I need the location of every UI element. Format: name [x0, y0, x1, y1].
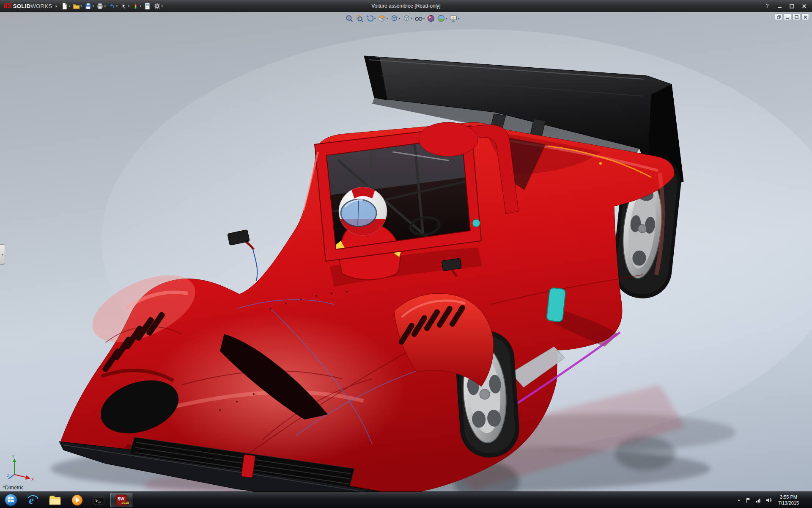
- dropdown-arrow-icon[interactable]: ▾: [116, 4, 118, 8]
- taskpane-flyout-tab[interactable]: ◂: [0, 244, 5, 265]
- taskbar-items: eSW2015: [0, 492, 133, 508]
- app-name-light: WORKS: [30, 3, 52, 9]
- save-icon: [85, 3, 92, 10]
- hide-show-items-button[interactable]: ▾: [414, 14, 425, 23]
- print-button[interactable]: ▾: [96, 1, 107, 11]
- rebuild-button[interactable]: ▾: [131, 1, 142, 11]
- file-properties-icon: [144, 3, 151, 10]
- dropdown-arrow-icon[interactable]: ▾: [161, 4, 163, 8]
- select-button[interactable]: ▾: [119, 1, 130, 11]
- previous-view-button[interactable]: ▾: [365, 14, 376, 23]
- taskbar-file-explorer-button[interactable]: [44, 492, 66, 508]
- previous-view-icon: [366, 14, 374, 22]
- help-button[interactable]: ?: [764, 3, 770, 9]
- edit-appearance-button[interactable]: [427, 14, 436, 23]
- new-document-icon: [61, 3, 68, 10]
- cockpit-teal-detail: [472, 219, 480, 227]
- document-minimize-button[interactable]: [784, 14, 791, 20]
- undo-button[interactable]: ▾: [107, 1, 118, 11]
- minimize-button[interactable]: [776, 3, 782, 9]
- taskbar-solidworks-2015-button[interactable]: SW2015: [110, 493, 132, 507]
- zoom-to-fit-button[interactable]: [345, 14, 354, 23]
- apply-scene-button[interactable]: ▾: [437, 14, 448, 23]
- volume-icon[interactable]: [765, 497, 772, 503]
- display-style-button[interactable]: ▾: [402, 14, 413, 23]
- solidworks-logo-icon: ϐS: [3, 3, 12, 9]
- dropdown-arrow-icon[interactable]: ▾: [80, 4, 82, 8]
- app-name: SOLIDWORKS: [13, 3, 52, 9]
- internet-explorer-icon: e: [27, 494, 39, 506]
- taskbar-internet-explorer-button[interactable]: e: [22, 492, 44, 508]
- zoom-to-area-button[interactable]: [355, 14, 364, 23]
- taskbar-start-button[interactable]: [0, 492, 22, 508]
- maximize-button[interactable]: [789, 3, 795, 9]
- dropdown-arrow-icon[interactable]: ▾: [128, 4, 129, 8]
- view-orientation-button[interactable]: ▾: [390, 14, 401, 23]
- view-orientation-icon: [390, 14, 398, 22]
- dropdown-arrow-icon[interactable]: ▾: [92, 4, 94, 8]
- dropdown-arrow-icon[interactable]: ▾: [387, 17, 388, 20]
- dropdown-arrow-icon[interactable]: ▾: [140, 4, 141, 8]
- dropdown-arrow-icon[interactable]: ▾: [69, 4, 70, 8]
- section-view-icon: [378, 14, 386, 22]
- document-title: Voiture assemblee [Read-only]: [371, 3, 440, 9]
- tray-date: 7/13/2015: [778, 500, 799, 506]
- select-icon: [120, 3, 127, 10]
- close-button[interactable]: [801, 3, 807, 9]
- svg-text:Z: Z: [7, 474, 9, 478]
- dropdown-arrow-icon[interactable]: ▾: [399, 17, 401, 20]
- document-close-button[interactable]: [801, 14, 809, 20]
- file-properties-button[interactable]: [143, 1, 152, 11]
- headsup-view-toolbar: ▾▾▾▾▾▾▾: [343, 14, 462, 23]
- windows-taskbar: eSW2015 ▲ 3:55 PM 7/13/2015: [0, 491, 812, 508]
- dropdown-arrow-icon[interactable]: ▾: [446, 17, 447, 20]
- model-viewport-canvas[interactable]: [0, 12, 812, 491]
- rebuild-icon: [132, 3, 139, 10]
- view-settings-button[interactable]: ▾: [449, 14, 460, 23]
- tray-expand-icon[interactable]: ▲: [736, 498, 741, 502]
- graphics-viewport[interactable]: ▾▾▾▾▾▾▾ ◂ Y X Z *Dimetric: [0, 12, 812, 491]
- dropdown-arrow-icon[interactable]: ▾: [411, 17, 413, 20]
- window-controls: ?: [764, 3, 812, 9]
- dropdown-arrow-icon[interactable]: ▾: [104, 4, 106, 8]
- main-toolbar: ▾▾▾▾▾▾▾▾: [60, 1, 164, 11]
- dropdown-arrow-icon[interactable]: ▾: [458, 17, 460, 20]
- taskbar-command-prompt-button[interactable]: [88, 492, 110, 508]
- open-icon: [73, 3, 80, 10]
- zoom-to-fit-icon: [346, 14, 354, 22]
- apply-scene-icon: [437, 14, 445, 22]
- svg-text:SW: SW: [117, 496, 124, 501]
- section-view-button[interactable]: ▾: [378, 14, 389, 23]
- hide-show-items-icon: [415, 14, 423, 22]
- headrest-fairing: [419, 122, 478, 156]
- svg-text:X: X: [31, 477, 34, 481]
- taskbar-media-player-button[interactable]: [66, 492, 88, 508]
- start-icon: [4, 493, 18, 507]
- system-tray: ▲ 3:55 PM 7/13/2015: [736, 492, 812, 508]
- document-restore-button[interactable]: [775, 14, 782, 20]
- solidworks-logo: ϐS SOLIDWORKS: [0, 3, 55, 9]
- dropdown-arrow-icon[interactable]: ▾: [374, 17, 376, 20]
- media-player-icon: [71, 494, 83, 506]
- options-button[interactable]: ▾: [153, 1, 164, 11]
- svg-text:Y: Y: [12, 454, 14, 458]
- file-explorer-icon: [49, 494, 61, 506]
- app-name-bold: SOLID: [13, 3, 31, 9]
- network-icon[interactable]: [755, 497, 762, 503]
- menu-expand-arrow-icon[interactable]: ▸: [56, 4, 58, 8]
- zoom-to-area-icon: [356, 14, 364, 22]
- dropdown-arrow-icon[interactable]: ▾: [423, 17, 425, 20]
- solidworks-window: ϐS SOLIDWORKS ▸ ▾▾▾▾▾▾▾▾ Voiture assembl…: [0, 0, 812, 508]
- solidworks-2015-badge: 2015: [121, 501, 129, 505]
- tray-time: 3:55 PM: [778, 494, 799, 500]
- document-maximize-button[interactable]: [793, 14, 800, 20]
- open-button[interactable]: ▾: [72, 1, 83, 11]
- new-document-button[interactable]: ▾: [60, 1, 71, 11]
- tray-clock[interactable]: 3:55 PM 7/13/2015: [776, 494, 801, 506]
- undo-icon: [108, 3, 115, 10]
- command-prompt-icon: [93, 494, 105, 506]
- action-center-icon[interactable]: [745, 497, 752, 503]
- save-button[interactable]: ▾: [84, 1, 95, 11]
- titlebar: ϐS SOLIDWORKS ▸ ▾▾▾▾▾▾▾▾ Voiture assembl…: [0, 0, 812, 12]
- view-settings-icon: [450, 14, 458, 22]
